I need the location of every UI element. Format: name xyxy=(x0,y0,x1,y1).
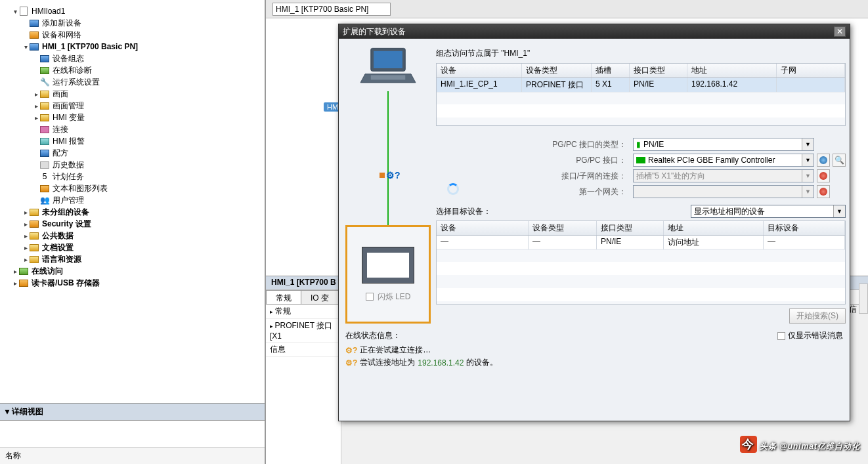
col-device[interactable]: 设备 xyxy=(437,221,529,235)
col-devtype[interactable]: 设备类型 xyxy=(522,64,592,77)
prop-nav-profinet[interactable]: ▸ PROFINET 接口 [X1 xyxy=(266,319,341,343)
target-device-table[interactable]: 设备 设备类型 接口类型 地址 目标设备 — — PN/IE 访问地址 — xyxy=(436,221,846,305)
network-icon xyxy=(29,30,39,39)
warning-icon: ⚙? xyxy=(345,346,357,355)
download-dialog: 扩展的下载到设备 ✕ ⚙? 闪烁 LED xyxy=(338,24,850,421)
prop-nav-general[interactable]: ▸ 常规 xyxy=(266,305,341,319)
card-icon xyxy=(18,278,29,287)
tree-doc-settings[interactable]: ▸文档设置 xyxy=(0,242,265,253)
tree-recipes[interactable]: 配方 xyxy=(0,147,265,159)
errors-only-checkbox[interactable]: 仅显示错误消息 xyxy=(777,330,843,341)
chevron-down-icon[interactable]: ▼ xyxy=(802,186,814,198)
col-address[interactable]: 地址 xyxy=(687,64,777,77)
loading-spinner-icon xyxy=(447,183,459,195)
chevron-down-icon[interactable]: ▼ xyxy=(802,170,814,182)
config-button[interactable] xyxy=(817,169,830,182)
chevron-down-icon[interactable]: ▼ xyxy=(802,138,814,150)
tree-connections[interactable]: 连接 xyxy=(0,123,265,135)
target-filter-select[interactable]: 显示地址相同的设备▼ xyxy=(691,205,846,218)
tree-project-root[interactable]: ▾HMIload1 xyxy=(0,5,265,17)
recipe-icon xyxy=(39,148,50,158)
config-button[interactable] xyxy=(817,154,830,167)
start-search-button[interactable]: 开始搜索(S) xyxy=(789,308,846,324)
table-row[interactable]: — — PN/IE 访问地址 — xyxy=(437,236,845,250)
led-label: 闪烁 LED xyxy=(378,291,411,303)
hmi-screen-icon xyxy=(362,247,414,284)
tree-runtime-settings[interactable]: 🔧运行系统设置 xyxy=(0,76,265,88)
project-tree-panel: ▾HMIload1 添加新设备 设备和网络 ▾HMI_1 [KTP700 Bas… xyxy=(0,0,266,464)
tree-hmi-vars[interactable]: ▸HMI 变量 xyxy=(0,112,265,123)
folder-icon xyxy=(29,255,39,264)
tree-ungrouped[interactable]: ▸未分组的设备 xyxy=(0,206,265,218)
tab-general[interactable]: 常规 xyxy=(266,290,301,304)
tree-hmi-device[interactable]: ▾HMI_1 [KTP700 Basic PN] xyxy=(0,41,265,53)
tree-hmi-alarms[interactable]: HMI 报警 xyxy=(0,135,265,147)
tree-screens[interactable]: ▸画面 xyxy=(0,88,265,100)
user-icon: 👥 xyxy=(39,196,50,205)
wrench-icon: 🔧 xyxy=(39,77,50,87)
access-node-table[interactable]: 设备 设备类型 插槽 接口类型 地址 子网 HMI_1.IE_CP_1 PROF… xyxy=(436,63,846,126)
folder-icon xyxy=(29,243,39,252)
project-icon xyxy=(18,7,29,16)
tree-schedule[interactable]: 5计划任务 xyxy=(0,171,265,182)
folder-icon xyxy=(29,207,39,217)
tree-devices-networks[interactable]: 设备和网络 xyxy=(0,29,265,41)
col-ifctype[interactable]: 接口类型 xyxy=(630,64,687,77)
tree-lang-res[interactable]: ▸语言和资源 xyxy=(0,253,265,265)
chevron-down-icon[interactable]: ▼ xyxy=(802,154,814,166)
ifc-type-select[interactable]: ▮PN/IE▼ xyxy=(633,138,814,151)
history-icon xyxy=(39,160,50,169)
tree-add-device[interactable]: 添加新设备 xyxy=(0,17,265,29)
tree-public-data[interactable]: ▸公共数据 xyxy=(0,230,265,242)
alarm-icon xyxy=(39,137,50,146)
config-button[interactable] xyxy=(817,185,830,198)
status-log: 在线状态信息： 仅显示错误消息 ⚙?正在尝试建立连接… ⚙?尝试连接地址为 19… xyxy=(345,330,843,374)
tree-history[interactable]: 历史数据 xyxy=(0,159,265,171)
diag-icon xyxy=(39,66,50,75)
chevron-down-icon[interactable]: ▼ xyxy=(833,205,845,217)
properties-nav[interactable]: ▸ 常规 ▸ PROFINET 接口 [X1 信息 xyxy=(266,305,341,464)
conn-label: 接口/子网的连接： xyxy=(436,171,633,182)
tree-screen-mgmt[interactable]: ▸画面管理 xyxy=(0,100,265,112)
folder-icon xyxy=(39,113,50,122)
dialog-titlebar[interactable]: 扩展的下载到设备 ✕ xyxy=(339,24,850,39)
ifc-select[interactable]: Realtek PCIe GBE Family Controller▼ xyxy=(633,154,814,167)
detail-view-body xyxy=(0,421,265,447)
col-slot[interactable]: 插槽 xyxy=(592,64,630,77)
project-tree[interactable]: ▾HMIload1 添加新设备 设备和网络 ▾HMI_1 [KTP700 Bas… xyxy=(0,0,265,403)
tab-iovars[interactable]: IO 变 xyxy=(301,290,339,304)
col-ifctype[interactable]: 接口类型 xyxy=(597,221,664,235)
tree-device-config[interactable]: 设备组态 xyxy=(0,53,265,64)
connection-icon xyxy=(39,125,50,134)
col-target[interactable]: 目标设备 xyxy=(764,221,845,235)
led-checkbox[interactable] xyxy=(366,293,374,301)
schedule-icon: 5 xyxy=(39,172,50,181)
col-devtype[interactable]: 设备类型 xyxy=(529,221,597,235)
tree-user-mgmt[interactable]: 👥用户管理 xyxy=(0,194,265,206)
list-icon xyxy=(39,184,50,193)
col-address[interactable]: 地址 xyxy=(664,221,764,235)
warning-icon: ⚙? xyxy=(345,358,357,368)
tree-online-diag[interactable]: 在线和诊断 xyxy=(0,64,265,76)
flash-led-option[interactable]: 闪烁 LED xyxy=(366,291,411,303)
prop-nav-info[interactable]: 信息 xyxy=(266,343,341,357)
gateway-label: 第一个网关： xyxy=(436,186,633,198)
log-title: 在线状态信息： xyxy=(345,330,401,341)
connection-graphic: ⚙? 闪烁 LED xyxy=(345,45,431,324)
close-icon[interactable]: ✕ xyxy=(834,26,846,37)
hmi-icon xyxy=(29,42,39,51)
col-device[interactable]: 设备 xyxy=(437,64,522,77)
table-row[interactable]: HMI_1.IE_CP_1 PROFINET 接口 5 X1 PN/IE 192… xyxy=(437,78,845,93)
tree-text-graphics[interactable]: 文本和图形列表 xyxy=(0,182,265,194)
gateway-select[interactable]: ▼ xyxy=(633,185,814,198)
tree-card-reader[interactable]: ▸读卡器/USB 存储器 xyxy=(0,277,265,289)
col-subnet[interactable]: 子网 xyxy=(777,64,845,77)
search-button[interactable]: 🔍 xyxy=(833,154,846,167)
log-entry: ⚙?尝试连接地址为 192.168.1.42 的设备。 xyxy=(345,356,843,369)
tree-security[interactable]: ▸Security 设置 xyxy=(0,218,265,230)
side-tab[interactable]: 信 xyxy=(859,284,868,314)
conn-select[interactable]: 插槽"5 X1"处的方向▼ xyxy=(633,169,814,182)
device-selector[interactable]: HMI_1 [KTP700 Basic PN] xyxy=(272,3,391,16)
tree-online-access[interactable]: ▸在线访问 xyxy=(0,265,265,277)
detail-view-header[interactable]: ▾详细视图 xyxy=(0,403,265,421)
